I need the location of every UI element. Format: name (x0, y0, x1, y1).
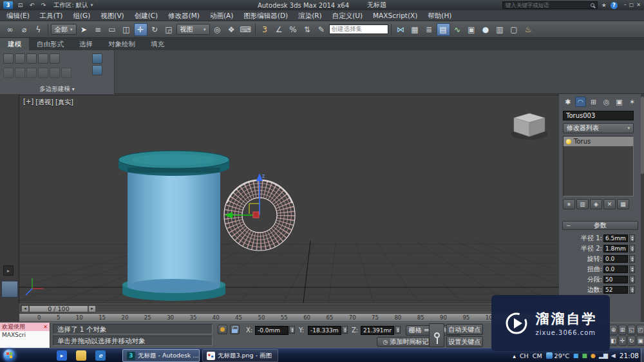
favorites-icon[interactable]: ★ (601, 2, 607, 8)
use-pivot-center-icon[interactable]: ◎ (211, 23, 224, 36)
redo-icon[interactable]: ↷ (39, 1, 48, 10)
taskbar-clock[interactable]: 21:08 (620, 352, 639, 359)
tray-expand-icon[interactable]: ▴ (513, 352, 516, 359)
search-icon[interactable] (591, 3, 594, 7)
ribbon-tool-button[interactable] (92, 65, 102, 75)
create-tab-icon[interactable]: ✱ (562, 97, 573, 107)
tray-app-blue-icon[interactable]: ■ (573, 352, 579, 359)
language-indicator[interactable]: CH (520, 352, 529, 359)
menu-item[interactable]: 编辑(E) (1, 10, 35, 21)
auto-key-button[interactable]: 自动关键点 (446, 324, 483, 335)
modifier-stack[interactable]: Torus (563, 136, 634, 196)
ribbon-tab[interactable]: 建模 (0, 38, 29, 50)
curve-editor-icon[interactable]: ∿ (451, 23, 464, 36)
select-and-move-icon[interactable]: ✛ (134, 23, 147, 36)
ime-indicator[interactable]: CM (533, 352, 542, 359)
graphite-ribbon-icon[interactable]: ▤ (437, 23, 450, 36)
rectangular-selection-icon[interactable]: ▭ (106, 23, 119, 36)
parameter-input[interactable]: 0.0 (603, 255, 628, 263)
ribbon-tool-button[interactable] (26, 68, 37, 78)
spinner-arrows[interactable] (629, 286, 635, 294)
ribbon-tab[interactable]: 填充 (143, 38, 172, 50)
folder-icon[interactable] (76, 350, 86, 361)
isolate-selection-toggle[interactable] (218, 325, 227, 334)
menu-item[interactable]: MAXScript(X) (368, 10, 422, 21)
menu-item[interactable]: 视图(V) (95, 10, 129, 21)
gizmo-center-handle[interactable] (253, 212, 259, 218)
y-coordinate-input[interactable] (308, 326, 341, 335)
viewport-canvas[interactable]: z (19, 95, 559, 303)
show-end-result-icon[interactable]: ▥ (576, 199, 589, 209)
menu-item[interactable]: 修改器(M) (163, 10, 205, 21)
spinner-arrows[interactable] (629, 265, 635, 273)
start-button[interactable] (3, 349, 15, 361)
configure-modifier-sets-icon[interactable]: ▦ (617, 199, 629, 209)
select-and-rotate-icon[interactable]: ↻ (148, 23, 162, 36)
maxscript-mini-listener[interactable]: 欢迎使用 ✕ MAXScri (0, 323, 50, 348)
select-and-scale-icon[interactable]: ◲ (162, 23, 176, 36)
parameter-input[interactable]: 6.5mm (603, 234, 628, 242)
zoom-all-icon[interactable]: ⊞ (618, 325, 627, 335)
ribbon-tool-button[interactable] (61, 68, 71, 78)
named-selection-combo[interactable] (329, 24, 388, 34)
align-icon[interactable]: ▦ (408, 23, 422, 36)
set-key-button[interactable]: 设置关键点 (446, 336, 483, 347)
ribbon-tool-button[interactable] (15, 68, 25, 78)
ribbon-tool-button[interactable] (3, 68, 14, 78)
previous-frame-button[interactable]: ◂ (21, 305, 29, 312)
ribbon-panel-label[interactable]: 多边形建模 ▾ (0, 85, 114, 93)
menu-item[interactable]: 工具(T) (35, 10, 68, 21)
rendered-frame-icon[interactable]: ▢ (507, 23, 521, 36)
media-player-icon[interactable]: ▸ (57, 350, 67, 361)
ribbon-tool-button[interactable] (15, 53, 25, 64)
keyboard-override-icon[interactable]: ⌨ (239, 23, 252, 36)
panel-scrollbar[interactable] (641, 94, 644, 322)
menu-item[interactable]: 图形编辑器(D) (238, 10, 293, 21)
object-name-field[interactable] (563, 111, 634, 120)
menu-item[interactable]: 创建(C) (129, 10, 164, 21)
ribbon-tool-button[interactable] (92, 53, 102, 64)
gizmo-x-arrow[interactable] (225, 212, 232, 218)
taskbar-window-3dsmax[interactable]: 3 无标题 - Autodesk ... (122, 349, 200, 362)
spinner-arrows[interactable] (629, 245, 635, 252)
track-bar[interactable]: 0510152025303540455055606570758085909510… (19, 314, 559, 322)
window-crossing-icon[interactable]: ◫ (120, 23, 133, 36)
perspective-viewport[interactable]: [+] [透视] [真实] (19, 95, 559, 303)
show-desktop-button[interactable] (641, 348, 644, 362)
taskbar-window-paint[interactable]: 无标题3.png - 画图 (202, 349, 278, 362)
hierarchy-tab-icon[interactable]: ⊞ (588, 97, 599, 107)
undo-icon[interactable]: ↶ (28, 1, 36, 10)
parameter-input[interactable]: 52 (603, 286, 628, 294)
edit-named-selections-icon[interactable]: ✎ (315, 23, 328, 36)
ribbon-tool-button[interactable] (3, 53, 14, 64)
ribbon-tool-button[interactable] (38, 68, 48, 78)
workspace-selector[interactable]: 工作区: 默认 ▾ (51, 1, 95, 10)
viewport-layout-arrow[interactable]: ▸ (3, 265, 14, 276)
parameters-rollout-header[interactable]: − 参数 (562, 221, 638, 230)
zoom-region-icon[interactable]: ◰ (636, 325, 644, 335)
snap-toggle-3d-icon[interactable]: 3 (258, 23, 272, 36)
help-icon[interactable]: ? (611, 2, 618, 9)
ribbon-tool-button[interactable] (50, 68, 60, 78)
parameter-input[interactable]: 1.8mm (603, 245, 628, 252)
percent-snap-icon[interactable]: % (287, 23, 300, 36)
field-of-view-icon[interactable]: ◧ (609, 336, 618, 346)
stack-item-torus[interactable]: Torus (564, 137, 633, 146)
angle-snap-icon[interactable]: ∠ (272, 23, 286, 36)
zoom-icon[interactable]: ⊕ (609, 325, 618, 335)
display-tab-icon[interactable]: ▣ (614, 97, 625, 107)
save-file-icon[interactable]: ⊡ (16, 1, 24, 10)
viewport-menu-general[interactable]: [+] (23, 98, 33, 107)
make-unique-icon[interactable]: ◈ (590, 199, 602, 209)
bind-to-space-warp-icon[interactable]: ϟ (32, 23, 45, 36)
next-frame-button[interactable]: ▸ (88, 305, 96, 312)
pan-icon[interactable]: ✛ (618, 336, 627, 346)
remove-modifier-icon[interactable]: ✕ (603, 199, 616, 209)
lightbulb-icon[interactable] (566, 139, 571, 144)
infocenter-search[interactable] (502, 1, 598, 9)
time-slider-track[interactable]: ◂ 0 / 100 ▸ (21, 305, 558, 312)
mirror-icon[interactable]: ⋈ (394, 23, 408, 36)
menu-item[interactable]: 自定义(U) (327, 10, 368, 21)
tray-app-green-icon[interactable]: ■ (582, 352, 588, 359)
parameter-input[interactable]: 0.0 (603, 265, 628, 273)
